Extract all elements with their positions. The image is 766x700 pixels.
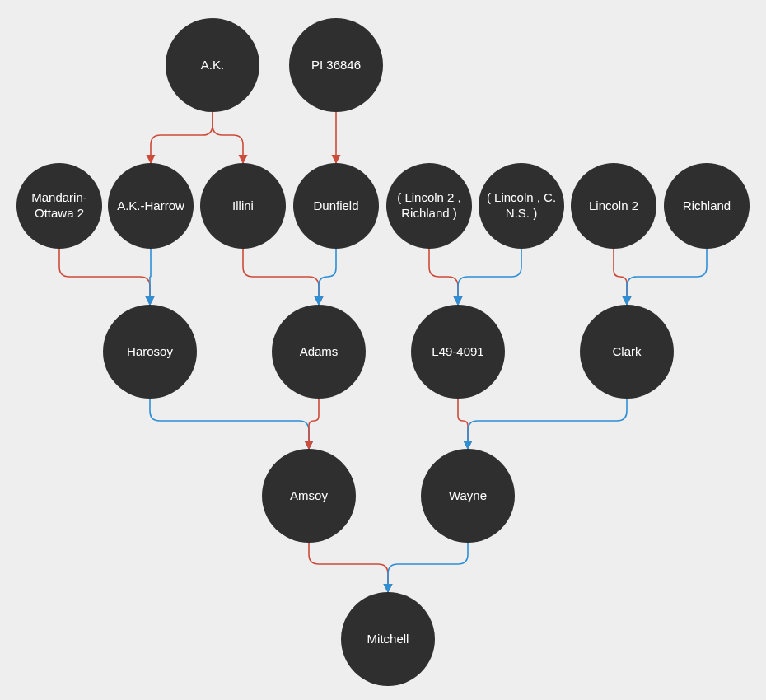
node-lincoln-cns[interactable]: ( Lincoln , C. N.S. ) xyxy=(479,163,564,249)
edge-linc2rich-to-l494091 xyxy=(429,249,458,305)
edge-lincoln2-to-clark xyxy=(614,249,627,305)
node-label: Clark xyxy=(612,344,641,360)
node-label: Mitchell xyxy=(367,632,409,647)
edge-illini-to-adams xyxy=(243,249,319,305)
node-label: ( Lincoln 2 , Richland ) xyxy=(391,190,467,222)
node-pi36846[interactable]: PI 36846 xyxy=(289,18,383,112)
node-label: A.K.-Harrow xyxy=(117,198,184,214)
node-label: ( Lincoln , C. N.S. ) xyxy=(483,190,559,222)
edge-ak-to-akharrow xyxy=(151,112,213,163)
edge-akharrow-to-harosoy xyxy=(150,249,151,305)
node-richland[interactable]: Richland xyxy=(664,163,750,249)
edge-harosoy-to-amsoy xyxy=(150,399,309,449)
node-amsoy[interactable]: Amsoy xyxy=(262,449,356,543)
node-label: Wayne xyxy=(449,488,487,504)
node-label: PI 36846 xyxy=(311,58,361,73)
edge-dunfield-to-adams xyxy=(319,249,336,305)
node-ak[interactable]: A.K. xyxy=(166,18,259,112)
node-label: Richland xyxy=(683,198,731,214)
node-label: Dunfield xyxy=(313,198,358,214)
edge-clark-to-wayne xyxy=(468,399,627,449)
node-label: A.K. xyxy=(201,58,224,73)
node-label: Mandarin-Ottawa 2 xyxy=(21,190,97,222)
edge-amsoy-to-mitchell xyxy=(309,543,388,592)
edge-l494091-to-wayne xyxy=(458,399,468,449)
node-label: Illini xyxy=(232,198,254,214)
edge-linccns-to-l494091 xyxy=(458,249,521,305)
node-label: Lincoln 2 xyxy=(589,198,638,214)
node-label: Adams xyxy=(300,344,339,360)
node-ak-harrow[interactable]: A.K.-Harrow xyxy=(108,163,194,249)
node-harosoy[interactable]: Harosoy xyxy=(103,305,197,399)
node-dunfield[interactable]: Dunfield xyxy=(293,163,379,249)
node-label: L49-4091 xyxy=(432,344,483,360)
edge-adams-to-amsoy xyxy=(309,399,319,449)
node-mandarin-ottawa-2[interactable]: Mandarin-Ottawa 2 xyxy=(16,163,102,249)
node-illini[interactable]: Illini xyxy=(200,163,286,249)
edge-ak-to-illini xyxy=(213,112,243,163)
node-wayne[interactable]: Wayne xyxy=(421,449,515,543)
node-clark[interactable]: Clark xyxy=(580,305,674,399)
edge-wayne-to-mitchell xyxy=(388,543,468,592)
node-label: Amsoy xyxy=(290,488,328,504)
pedigree-diagram: A.K. PI 36846 Mandarin-Ottawa 2 A.K.-Har… xyxy=(0,0,766,700)
node-adams[interactable]: Adams xyxy=(272,305,366,399)
node-l49-4091[interactable]: L49-4091 xyxy=(411,305,505,399)
edge-richland-to-clark xyxy=(627,249,707,305)
node-lincoln2[interactable]: Lincoln 2 xyxy=(571,163,656,249)
node-label: Harosoy xyxy=(127,344,173,360)
node-lincoln2-richland[interactable]: ( Lincoln 2 , Richland ) xyxy=(386,163,472,249)
edge-mandarin-to-harosoy xyxy=(59,249,150,305)
node-mitchell[interactable]: Mitchell xyxy=(341,592,435,686)
